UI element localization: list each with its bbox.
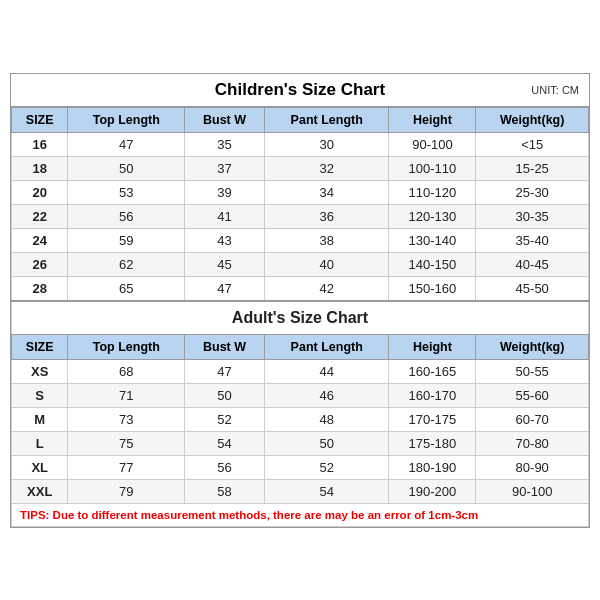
list-item: 45-50 (476, 276, 589, 301)
list-item: 60-70 (476, 407, 589, 431)
list-item: 65 (68, 276, 185, 301)
list-item: 36 (264, 204, 389, 228)
list-item: XXL (12, 479, 68, 503)
list-item: 50 (68, 156, 185, 180)
list-item: 50 (264, 431, 389, 455)
list-item: 18 (12, 156, 68, 180)
tips-row: TIPS: Due to different measurement metho… (12, 503, 589, 526)
list-item: 40 (264, 252, 389, 276)
list-item: 110-120 (389, 180, 476, 204)
table-row: 22564136120-13030-35 (12, 204, 589, 228)
list-item: 100-110 (389, 156, 476, 180)
table-row: 1647353090-100<15 (12, 132, 589, 156)
adult-header-height: Height (389, 334, 476, 359)
adult-header-top-length: Top Length (68, 334, 185, 359)
list-item: 20 (12, 180, 68, 204)
list-item: 90-100 (389, 132, 476, 156)
list-item: 52 (264, 455, 389, 479)
header-weight: Weight(kg) (476, 107, 589, 132)
list-item: 42 (264, 276, 389, 301)
list-item: 39 (185, 180, 265, 204)
list-item: 15-25 (476, 156, 589, 180)
list-item: 45 (185, 252, 265, 276)
table-row: XL775652180-19080-90 (12, 455, 589, 479)
list-item: 180-190 (389, 455, 476, 479)
table-row: 28654742150-16045-50 (12, 276, 589, 301)
list-item: 30 (264, 132, 389, 156)
list-item: 77 (68, 455, 185, 479)
list-item: 41 (185, 204, 265, 228)
list-item: 68 (68, 359, 185, 383)
list-item: 130-140 (389, 228, 476, 252)
table-row: L755450175-18070-80 (12, 431, 589, 455)
list-item: 32 (264, 156, 389, 180)
list-item: 150-160 (389, 276, 476, 301)
table-row: 20533934110-12025-30 (12, 180, 589, 204)
children-chart-title: Children's Size Chart (215, 80, 385, 100)
header-size: SIZE (12, 107, 68, 132)
adult-header-pant-length: Pant Length (264, 334, 389, 359)
list-item: 43 (185, 228, 265, 252)
list-item: S (12, 383, 68, 407)
list-item: 62 (68, 252, 185, 276)
table-row: S715046160-17055-60 (12, 383, 589, 407)
list-item: 47 (185, 359, 265, 383)
table-row: 24594338130-14035-40 (12, 228, 589, 252)
list-item: 37 (185, 156, 265, 180)
list-item: L (12, 431, 68, 455)
list-item: 35-40 (476, 228, 589, 252)
list-item: 190-200 (389, 479, 476, 503)
list-item: 175-180 (389, 431, 476, 455)
adult-header-weight: Weight(kg) (476, 334, 589, 359)
header-pant-length: Pant Length (264, 107, 389, 132)
list-item: 170-175 (389, 407, 476, 431)
list-item: 75 (68, 431, 185, 455)
tips-text: TIPS: Due to different measurement metho… (12, 503, 589, 526)
list-item: 71 (68, 383, 185, 407)
adults-chart-title: Adult's Size Chart (12, 301, 589, 335)
children-header-row: SIZE Top Length Bust W Pant Length Heigh… (12, 107, 589, 132)
adult-header-bust-w: Bust W (185, 334, 265, 359)
list-item: XL (12, 455, 68, 479)
list-item: 26 (12, 252, 68, 276)
list-item: 30-35 (476, 204, 589, 228)
table-row: XXL795854190-20090-100 (12, 479, 589, 503)
size-chart-container: Children's Size Chart UNIT: CM SIZE Top … (10, 73, 590, 528)
list-item: 53 (68, 180, 185, 204)
header-top-length: Top Length (68, 107, 185, 132)
table-row: 26624540140-15040-45 (12, 252, 589, 276)
list-item: 50 (185, 383, 265, 407)
list-item: 55-60 (476, 383, 589, 407)
list-item: 47 (68, 132, 185, 156)
table-row: 18503732100-11015-25 (12, 156, 589, 180)
list-item: 46 (264, 383, 389, 407)
adult-header-size: SIZE (12, 334, 68, 359)
list-item: <15 (476, 132, 589, 156)
list-item: 16 (12, 132, 68, 156)
list-item: 90-100 (476, 479, 589, 503)
list-item: 70-80 (476, 431, 589, 455)
list-item: 120-130 (389, 204, 476, 228)
list-item: 28 (12, 276, 68, 301)
list-item: 80-90 (476, 455, 589, 479)
children-size-table: SIZE Top Length Bust W Pant Length Heigh… (11, 107, 589, 527)
list-item: 54 (185, 431, 265, 455)
list-item: 54 (264, 479, 389, 503)
table-row: XS684744160-16550-55 (12, 359, 589, 383)
list-item: 52 (185, 407, 265, 431)
title-row: Children's Size Chart UNIT: CM (11, 74, 589, 107)
list-item: 40-45 (476, 252, 589, 276)
adults-header-row: SIZE Top Length Bust W Pant Length Heigh… (12, 334, 589, 359)
list-item: 56 (185, 455, 265, 479)
header-height: Height (389, 107, 476, 132)
list-item: 160-165 (389, 359, 476, 383)
list-item: 25-30 (476, 180, 589, 204)
list-item: M (12, 407, 68, 431)
list-item: 35 (185, 132, 265, 156)
list-item: 48 (264, 407, 389, 431)
list-item: 59 (68, 228, 185, 252)
adults-title-row: Adult's Size Chart (12, 301, 589, 335)
list-item: 50-55 (476, 359, 589, 383)
list-item: XS (12, 359, 68, 383)
list-item: 79 (68, 479, 185, 503)
